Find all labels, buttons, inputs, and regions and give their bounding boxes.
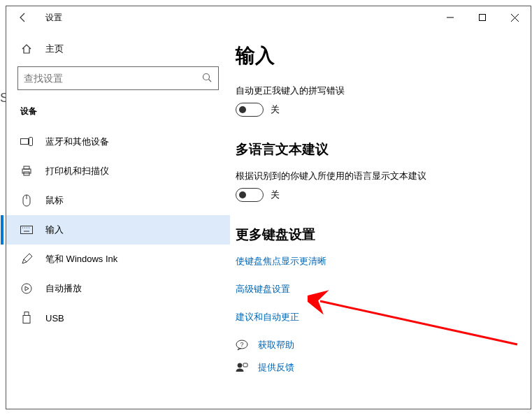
page-title: 输入: [236, 43, 517, 69]
search-box[interactable]: [17, 66, 219, 90]
autocorrect-toggle[interactable]: [236, 103, 264, 117]
autoplay-icon: [20, 283, 33, 294]
sidebar-item-label: 输入: [45, 224, 64, 236]
section-label: 设备: [6, 100, 230, 127]
get-help-link[interactable]: ? 获取帮助: [236, 339, 517, 351]
link-keyboard-focus[interactable]: 使键盘焦点显示更清晰: [236, 255, 517, 268]
sidebar-item-label: 自动播放: [45, 282, 82, 295]
usb-icon: [20, 312, 33, 324]
sidebar-item-label: 鼠标: [45, 194, 64, 207]
link-suggestions-autocorrect[interactable]: 建议和自动更正: [236, 311, 517, 323]
window-title: 设置: [45, 12, 62, 24]
svg-rect-21: [23, 316, 30, 323]
maximize-button[interactable]: [466, 6, 498, 29]
settings-window: 设置 主页: [6, 6, 531, 409]
sidebar-item-pen[interactable]: 笔和 Windows Ink: [6, 245, 230, 274]
sidebar-item-label: 蓝牙和其他设备: [45, 136, 109, 148]
multilingual-desc: 根据识别到的你键入所使用的语言显示文本建议: [236, 170, 517, 182]
sidebar-item-bluetooth[interactable]: 蓝牙和其他设备: [6, 127, 230, 156]
main-content: 输入 自动更正我键入的拼写错误 关 多语言文本建议 根据识别到的你键入所使用的语…: [230, 29, 531, 409]
devices-icon: [20, 137, 33, 147]
svg-rect-8: [24, 166, 29, 169]
minimize-button[interactable]: [434, 6, 466, 29]
sidebar-item-usb[interactable]: USB: [6, 303, 230, 333]
multilingual-toggle-label: 关: [271, 189, 280, 201]
more-keyboard-heading: 更多键盘设置: [236, 226, 517, 244]
background-window-snippet: S: [0, 91, 6, 105]
back-button[interactable]: [12, 6, 34, 29]
sidebar-item-label: 打印机和扫描仪: [45, 165, 109, 177]
search-input[interactable]: [24, 73, 201, 84]
svg-text:?: ?: [240, 341, 243, 348]
svg-point-19: [22, 284, 31, 293]
home-label: 主页: [45, 43, 64, 55]
multilingual-heading: 多语言文本建议: [236, 140, 517, 159]
search-icon: [201, 72, 213, 85]
svg-rect-7: [29, 138, 33, 146]
svg-rect-20: [24, 312, 29, 316]
home-button[interactable]: 主页: [6, 36, 230, 62]
svg-rect-25: [243, 363, 247, 367]
sidebar-item-autoplay[interactable]: 自动播放: [6, 274, 230, 303]
feedback-label: 提供反馈: [258, 361, 294, 374]
autocorrect-toggle-label: 关: [271, 103, 280, 116]
sidebar-item-label: USB: [45, 313, 64, 323]
autocorrect-desc: 自动更正我键入的拼写错误: [236, 85, 517, 97]
close-button[interactable]: [498, 6, 531, 29]
svg-rect-1: [480, 15, 486, 21]
home-icon: [20, 43, 33, 54]
sidebar-item-printers[interactable]: 打印机和扫描仪: [6, 156, 230, 186]
feedback-link[interactable]: 提供反馈: [236, 361, 517, 374]
get-help-label: 获取帮助: [258, 339, 294, 351]
sidebar-item-label: 笔和 Windows Ink: [45, 253, 117, 265]
printer-icon: [20, 166, 33, 177]
svg-rect-6: [21, 139, 29, 145]
link-advanced-keyboard[interactable]: 高级键盘设置: [236, 283, 517, 296]
titlebar: 设置: [6, 6, 531, 29]
svg-line-5: [209, 79, 212, 82]
window-controls: [434, 6, 531, 29]
help-icon: ?: [236, 340, 248, 351]
svg-point-4: [203, 73, 210, 80]
sidebar-item-typing[interactable]: 输入: [6, 215, 230, 245]
multilingual-toggle[interactable]: [236, 188, 264, 202]
sidebar-item-mouse[interactable]: 鼠标: [6, 186, 230, 215]
svg-point-24: [238, 363, 242, 367]
pen-icon: [20, 254, 33, 265]
sidebar: 主页 设备 蓝牙和其他设备 打印机和扫描仪: [6, 29, 230, 409]
feedback-icon: [236, 362, 248, 373]
mouse-icon: [20, 194, 33, 207]
keyboard-icon: [20, 226, 33, 234]
svg-rect-13: [21, 226, 33, 234]
